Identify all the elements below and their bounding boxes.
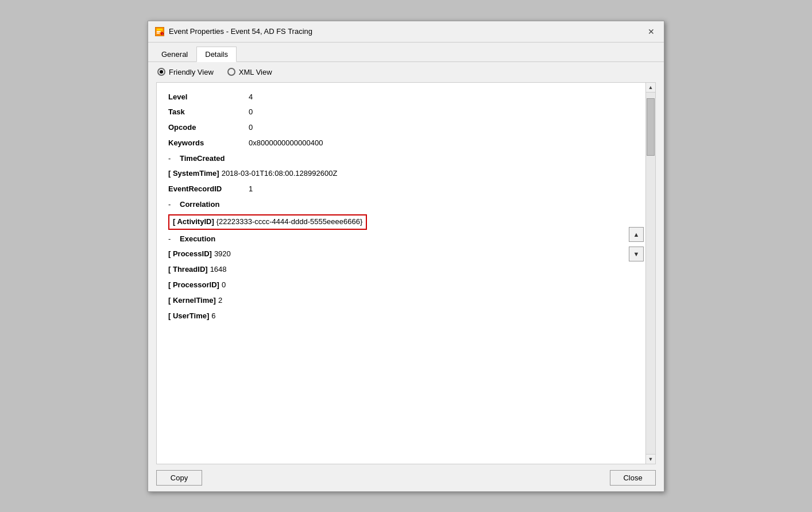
- correlation-minus: -: [168, 199, 180, 211]
- timecreated-minus: -: [168, 153, 180, 165]
- processid-label: [ ProcessID]: [168, 248, 212, 260]
- vertical-scrollbar[interactable]: ▲ ▼: [645, 83, 655, 464]
- xml-view-label: XML View: [239, 68, 272, 76]
- execution-minus: -: [168, 233, 180, 245]
- opcode-label: Opcode: [168, 122, 249, 134]
- threadid-label: [ ThreadID]: [168, 264, 208, 276]
- execution-name: Execution: [180, 233, 215, 245]
- correlation-name: Correlation: [180, 199, 219, 211]
- tab-details[interactable]: Details: [196, 47, 237, 62]
- usertime-label: [ UserTime]: [168, 310, 209, 322]
- systemtime-value: 2018-03-01T16:08:00.128992600Z: [222, 168, 338, 180]
- side-arrows: ▲ ▼: [629, 227, 644, 261]
- view-options-bar: Friendly View XML View: [148, 62, 664, 82]
- title-bar-left: ! Event Properties - Event 54, AD FS Tra…: [155, 27, 312, 36]
- correlation-section: - Correlation: [168, 197, 634, 213]
- eventrecordid-label: EventRecordID: [168, 183, 249, 195]
- processorid-label: [ ProcessorID]: [168, 279, 219, 291]
- opcode-row: Opcode 0: [168, 120, 634, 136]
- level-row: Level 4: [168, 90, 634, 105]
- threadid-row: [ ThreadID] 1648: [168, 262, 634, 278]
- processid-value: 3920: [214, 248, 231, 260]
- arrow-down-button[interactable]: ▼: [629, 247, 644, 261]
- svg-rect-1: [157, 28, 163, 30]
- svg-rect-2: [157, 31, 161, 32]
- level-label: Level: [168, 91, 249, 103]
- activityid-highlight-box: [ ActivityID] {22223333-cccc-4444-dddd-5…: [168, 214, 367, 230]
- friendly-view-option[interactable]: Friendly View: [157, 68, 214, 76]
- processid-row: [ ProcessID] 3920: [168, 247, 634, 262]
- activityid-value: {22223333-cccc-4444-dddd-5555eeee6666}: [216, 216, 362, 228]
- keywords-value: 0x8000000000000400: [249, 137, 323, 149]
- copy-button[interactable]: Copy: [156, 470, 202, 486]
- event-data-panel[interactable]: Level 4 Task 0 Opcode 0 Keywords 0x80000…: [157, 83, 645, 464]
- friendly-view-label: Friendly View: [169, 68, 214, 76]
- title-bar: ! Event Properties - Event 54, AD FS Tra…: [148, 21, 664, 43]
- tabs-bar: General Details: [148, 43, 664, 62]
- keywords-label: Keywords: [168, 137, 249, 149]
- xml-view-option[interactable]: XML View: [227, 68, 272, 76]
- dialog-title: Event Properties - Event 54, AD FS Traci…: [169, 27, 312, 36]
- opcode-value: 0: [249, 122, 253, 134]
- usertime-row: [ UserTime] 6: [168, 309, 634, 324]
- xml-view-radio[interactable]: [227, 68, 235, 76]
- task-label: Task: [168, 106, 249, 118]
- keywords-row: Keywords 0x8000000000000400: [168, 136, 634, 151]
- app-icon: !: [155, 27, 164, 36]
- friendly-view-radio[interactable]: [157, 68, 165, 76]
- close-footer-button[interactable]: Close: [610, 470, 656, 486]
- task-value: 0: [249, 106, 253, 118]
- usertime-value: 6: [211, 310, 215, 322]
- tab-general[interactable]: General: [153, 47, 196, 62]
- scroll-down-button[interactable]: ▼: [646, 454, 655, 464]
- systemtime-label: [ SystemTime]: [168, 168, 219, 180]
- processorid-row: [ ProcessorID] 0: [168, 278, 634, 293]
- eventrecordid-row: EventRecordID 1: [168, 182, 634, 197]
- timecreated-name: TimeCreated: [180, 153, 225, 165]
- level-value: 4: [249, 91, 253, 103]
- content-area: Level 4 Task 0 Opcode 0 Keywords 0x80000…: [156, 82, 656, 464]
- threadid-value: 1648: [210, 264, 227, 276]
- svg-rect-3: [157, 32, 160, 33]
- kerneltime-label: [ KernelTime]: [168, 295, 216, 307]
- timecreated-section: - TimeCreated: [168, 151, 634, 167]
- kerneltime-row: [ KernelTime] 2: [168, 293, 634, 309]
- scroll-thumb-area[interactable]: [646, 93, 655, 454]
- scroll-up-button[interactable]: ▲: [646, 83, 655, 93]
- systemtime-row: [ SystemTime] 2018-03-01T16:08:00.128992…: [168, 166, 634, 182]
- processorid-value: 0: [222, 279, 226, 291]
- activityid-row: [ ActivityID] {22223333-cccc-4444-dddd-5…: [168, 213, 634, 232]
- scroll-thumb[interactable]: [647, 98, 655, 156]
- close-button[interactable]: ✕: [645, 26, 657, 37]
- event-properties-dialog: ! Event Properties - Event 54, AD FS Tra…: [148, 21, 664, 492]
- activityid-label: [ ActivityID]: [173, 216, 214, 228]
- dialog-footer: Copy Close: [148, 464, 664, 491]
- arrow-up-button[interactable]: ▲: [629, 227, 644, 242]
- kerneltime-value: 2: [218, 295, 222, 307]
- execution-section: - Execution: [168, 232, 634, 247]
- task-row: Task 0: [168, 105, 634, 120]
- eventrecordid-value: 1: [249, 183, 253, 195]
